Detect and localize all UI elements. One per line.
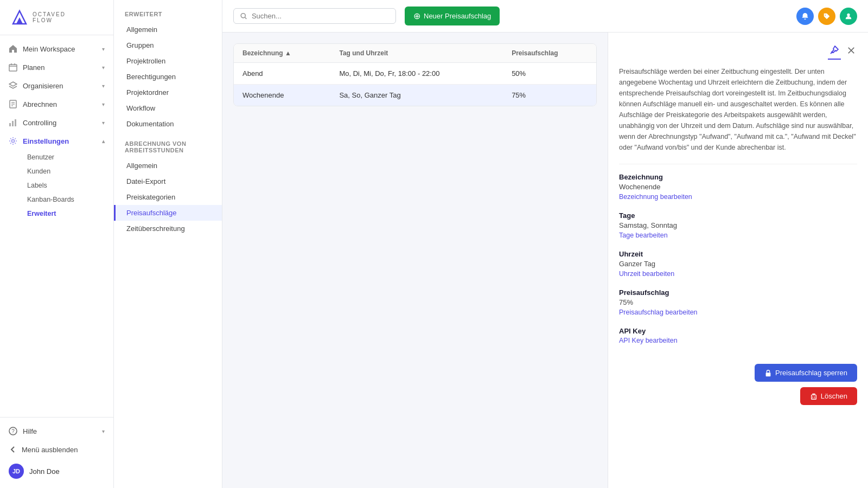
- section1-nav: Allgemein Gruppen Projektrollen Berechti…: [114, 22, 222, 132]
- user-profile-item[interactable]: JD John Doe: [0, 459, 113, 484]
- cell-tag-abend: Mo, Di, Mi, Do, Fr, 18:00 - 22:00: [330, 63, 503, 85]
- sidebar-item-einstellungen[interactable]: Einstellungen ▴: [0, 132, 113, 150]
- col-bezeichnung[interactable]: Bezeichnung ▲: [234, 44, 330, 63]
- help-item[interactable]: ? Hilfe ▾: [0, 422, 113, 440]
- layers-icon: [9, 81, 17, 90]
- main-nav: Mein Workspace ▾ Planen ▾ Organisieren ▾: [0, 35, 113, 417]
- sidebar-item-workspace[interactable]: Mein Workspace ▾: [0, 40, 113, 58]
- sidebar-item-controlling[interactable]: Controlling ▾: [0, 113, 113, 132]
- sidebar-item-planen[interactable]: Planen ▾: [0, 58, 113, 76]
- nav-workflow[interactable]: Workflow: [114, 100, 222, 116]
- einstellungen-subnav: Benutzer Kunden Labels Kanban-Boards Erw…: [0, 150, 113, 223]
- nav-projektrollen[interactable]: Projektrollen: [114, 53, 222, 69]
- col-tag-uhrzeit: Tag und Uhrzeit: [330, 44, 503, 63]
- nav-datei-export[interactable]: Datei-Export: [114, 174, 222, 189]
- search-box[interactable]: [233, 8, 396, 24]
- panel-close-button[interactable]: [845, 44, 857, 59]
- svg-rect-2: [9, 65, 17, 71]
- new-preisaufschlag-button[interactable]: ⊕ Neuer Preisaufschlag: [405, 7, 500, 25]
- main-content: ⊕ Neuer Preisaufschlag Bezeichnu: [222, 0, 868, 488]
- lock-icon: [764, 369, 772, 377]
- svg-line-18: [245, 17, 246, 19]
- sidebar-item-organisieren[interactable]: Organisieren ▾: [0, 76, 113, 95]
- calendar-icon: [9, 63, 17, 72]
- preisaufschlag-value: 75%: [619, 298, 857, 306]
- table-area: Bezeichnung ▲ Tag und Uhrzeit Preisaufsc…: [222, 33, 608, 488]
- table-row[interactable]: Abend Mo, Di, Mi, Do, Fr, 18:00 - 22:00 …: [234, 63, 596, 85]
- svg-marker-6: [9, 82, 17, 86]
- help-label: Hilfe: [23, 427, 37, 435]
- table-row[interactable]: Wochenende Sa, So, Ganzer Tag 75%: [234, 85, 596, 106]
- api-key-label: API Key: [619, 327, 857, 335]
- nav-preiskategorien[interactable]: Preiskategorien: [114, 189, 222, 205]
- svg-rect-24: [811, 395, 816, 399]
- tage-edit-link[interactable]: Tage bearbeiten: [619, 232, 857, 239]
- svg-point-19: [847, 13, 850, 16]
- sidebar-footer: ? Hilfe ▾ Menü ausblenden JD John Doe: [0, 417, 113, 488]
- nav-projektordner[interactable]: Projektordner: [114, 85, 222, 100]
- svg-text:?: ?: [11, 428, 15, 434]
- close-icon: [847, 47, 855, 54]
- cell-preisaufschlag-abend: 50%: [503, 63, 596, 85]
- bell-icon-button[interactable]: [796, 8, 814, 25]
- subnav-kunden[interactable]: Kunden: [23, 164, 113, 178]
- data-table: Bezeichnung ▲ Tag und Uhrzeit Preisaufsc…: [234, 44, 596, 106]
- subnav-kanban[interactable]: Kanban-Boards: [23, 192, 113, 207]
- section2-nav: Allgemein Datei-Export Preiskategorien P…: [114, 158, 222, 236]
- section-api-key: API Key API Key bearbeiten: [619, 327, 857, 344]
- api-key-edit-link[interactable]: API Key bearbeiten: [619, 337, 857, 344]
- receipt-icon: [9, 100, 17, 108]
- cell-tag-wochenende: Sa, So, Ganzer Tag: [330, 85, 503, 106]
- tage-label: Tage: [619, 211, 857, 220]
- cell-preisaufschlag-wochenende: 75%: [503, 85, 596, 106]
- abrechnen-label: Abrechnen: [23, 100, 57, 108]
- nav-allgemein1[interactable]: Allgemein: [114, 22, 222, 37]
- search-input[interactable]: [252, 12, 389, 20]
- lock-button[interactable]: Preisaufschlag sperren: [755, 364, 857, 382]
- delete-button[interactable]: Löschen: [800, 387, 857, 405]
- sidebar-item-abrechnen[interactable]: Abrechnen ▾: [0, 95, 113, 113]
- nav-dokumentation[interactable]: Dokumentation: [114, 116, 222, 132]
- subnav-benutzer[interactable]: Benutzer: [23, 150, 113, 164]
- menu-hide-item[interactable]: Menü ausblenden: [0, 440, 113, 459]
- bezeichnung-edit-link[interactable]: Bezeichnung bearbeiten: [619, 193, 857, 201]
- panel-pin-button[interactable]: [828, 43, 841, 60]
- section-preisaufschlag: Preisaufschlag 75% Preisaufschlag bearbe…: [619, 288, 857, 316]
- nav-gruppen[interactable]: Gruppen: [114, 37, 222, 53]
- planen-label: Planen: [23, 63, 44, 72]
- einstellungen-chevron: ▴: [102, 138, 105, 144]
- logo-line1: OCTAVED: [33, 11, 66, 17]
- svg-rect-23: [766, 373, 771, 376]
- organisieren-label: Organisieren: [23, 82, 63, 90]
- workspace-chevron: ▾: [102, 46, 105, 52]
- user-icon: [845, 12, 852, 20]
- nav-allgemein2[interactable]: Allgemein: [114, 158, 222, 174]
- organisieren-chevron: ▾: [102, 83, 105, 89]
- bell-icon: [801, 12, 809, 20]
- nav-berechtigungen[interactable]: Berechtigungen: [114, 69, 222, 85]
- bezeichnung-label: Bezeichnung: [619, 173, 857, 181]
- logo-icon: [11, 9, 28, 26]
- einstellungen-label: Einstellungen: [23, 137, 69, 145]
- chart-icon: [9, 118, 17, 127]
- subnav-erweitert[interactable]: Erweitert: [23, 207, 113, 221]
- uhrzeit-label: Uhrzeit: [619, 250, 857, 258]
- user-icon-button[interactable]: [840, 8, 857, 25]
- tag-icon: [823, 12, 831, 20]
- section2-header: ABRECHNUNG VON ARBEITSSTUNDEN: [114, 140, 222, 158]
- svg-rect-13: [15, 119, 16, 126]
- nav-preisaufschlaege[interactable]: Preisaufschläge: [114, 205, 222, 221]
- nav-zeitüberschreitung[interactable]: Zeitüberschreitung: [114, 221, 222, 236]
- subnav-labels[interactable]: Labels: [23, 178, 113, 192]
- tag-icon-button[interactable]: [818, 8, 835, 25]
- planen-chevron: ▾: [102, 65, 105, 70]
- preisaufschlaege-table: Bezeichnung ▲ Tag und Uhrzeit Preisaufsc…: [233, 43, 597, 106]
- search-icon: [240, 12, 247, 20]
- preisaufschlag-edit-link[interactable]: Preisaufschlag bearbeiten: [619, 309, 857, 316]
- second-sidebar: ERWEITERT Allgemein Gruppen Projektrolle…: [114, 0, 222, 488]
- table-body: Abend Mo, Di, Mi, Do, Fr, 18:00 - 22:00 …: [234, 63, 596, 106]
- svg-rect-12: [12, 121, 14, 126]
- uhrzeit-edit-link[interactable]: Uhrzeit bearbeiten: [619, 270, 857, 278]
- svg-point-14: [12, 140, 15, 143]
- section-bezeichnung: Bezeichnung Wochenende Bezeichnung bearb…: [619, 173, 857, 201]
